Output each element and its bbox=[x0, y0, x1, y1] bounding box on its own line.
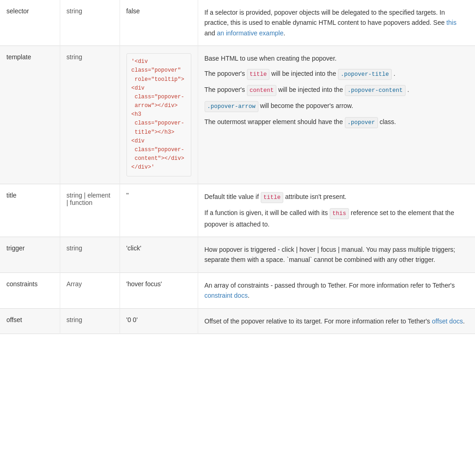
param-default: 'click' bbox=[120, 237, 198, 273]
param-name: title bbox=[0, 184, 60, 237]
link[interactable]: offset docs bbox=[432, 317, 463, 325]
param-description: Offset of the popover relative to its ta… bbox=[198, 308, 475, 334]
link[interactable]: this bbox=[446, 19, 457, 26]
code-inline-blue: .popover-content bbox=[345, 85, 406, 96]
code-inline-blue: .popover-arrow bbox=[205, 101, 258, 112]
param-type: string bbox=[60, 0, 120, 46]
param-name: trigger bbox=[0, 237, 60, 273]
description-paragraph: Offset of the popover relative to its ta… bbox=[205, 316, 469, 326]
description-paragraph: If a function is given, it will be calle… bbox=[205, 208, 469, 229]
param-default: '<div class="popover" role="tooltip"> <d… bbox=[120, 46, 198, 184]
param-name: offset bbox=[0, 308, 60, 334]
param-default: '' bbox=[120, 184, 198, 237]
table-row: templatestring'<div class="popover" role… bbox=[0, 46, 475, 184]
description-paragraph: The outermost wrapper element should hav… bbox=[205, 117, 469, 128]
description-paragraph: If a selector is provided, popover objec… bbox=[205, 7, 469, 38]
template-code-block: '<div class="popover" role="tooltip"> <d… bbox=[126, 53, 191, 176]
link[interactable]: an informative example bbox=[217, 29, 284, 37]
param-type: string bbox=[60, 308, 120, 334]
description-paragraph: Default title value if title attribute i… bbox=[205, 192, 469, 203]
table-row: triggerstring'click'How popover is trigg… bbox=[0, 237, 475, 273]
table-row: offsetstring'0 0'Offset of the popover r… bbox=[0, 308, 475, 334]
code-inline: this bbox=[330, 208, 349, 219]
api-table: selectorstringfalseIf a selector is prov… bbox=[0, 0, 475, 334]
param-name: selector bbox=[0, 0, 60, 46]
param-description: If a selector is provided, popover objec… bbox=[198, 0, 475, 46]
code-inline: content bbox=[247, 85, 277, 96]
description-paragraph: The popover's title will be injected int… bbox=[205, 68, 469, 80]
description-paragraph: Base HTML to use when creating the popov… bbox=[205, 53, 469, 63]
param-name: constraints bbox=[0, 272, 60, 308]
description-paragraph: How popover is triggered - click | hover… bbox=[205, 244, 469, 265]
code-inline: title bbox=[247, 69, 270, 80]
param-description: An array of constraints - passed through… bbox=[198, 272, 475, 308]
param-description: Base HTML to use when creating the popov… bbox=[198, 46, 475, 184]
table-row: selectorstringfalseIf a selector is prov… bbox=[0, 0, 475, 46]
param-type: string | element | function bbox=[60, 184, 120, 237]
description-paragraph: .popover-arrow will become the popover's… bbox=[205, 101, 469, 112]
code-inline-blue: .popover-title bbox=[338, 69, 392, 80]
code-inline-blue: .popover bbox=[345, 117, 378, 128]
table-row: constraintsArray'hover focus'An array of… bbox=[0, 272, 475, 308]
param-name: template bbox=[0, 46, 60, 184]
table-row: titlestring | element | function''Defaul… bbox=[0, 184, 475, 237]
param-type: string bbox=[60, 237, 120, 273]
code-inline: title bbox=[261, 192, 284, 203]
description-paragraph: An array of constraints - passed through… bbox=[205, 280, 469, 301]
param-default: 'hover focus' bbox=[120, 272, 198, 308]
param-type: Array bbox=[60, 272, 120, 308]
param-description: Default title value if title attribute i… bbox=[198, 184, 475, 237]
link[interactable]: constraint docs bbox=[205, 292, 248, 299]
param-type: string bbox=[60, 46, 120, 184]
param-default: false bbox=[120, 0, 198, 46]
description-paragraph: The popover's content will be injected i… bbox=[205, 85, 469, 96]
param-description: How popover is triggered - click | hover… bbox=[198, 237, 475, 273]
param-default: '0 0' bbox=[120, 308, 198, 334]
